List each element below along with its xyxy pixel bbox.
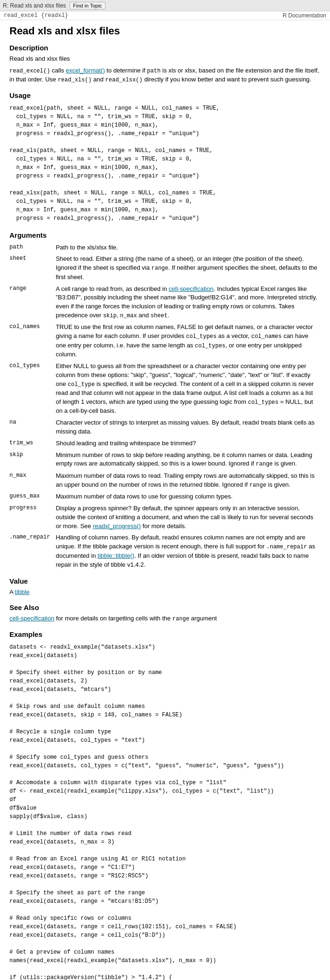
- arg-sheet: sheet Sheet to read. Either a string (th…: [9, 253, 321, 283]
- arg-desc-col-types: Either NULL to guess all from the spread…: [56, 361, 321, 417]
- main-content: Read xls and xlsx files Description Read…: [0, 20, 330, 980]
- arg-name-guess-max: guess_max: [9, 491, 56, 503]
- arg-name-progress: progress: [9, 503, 56, 532]
- section-heading-value: Value: [9, 577, 321, 585]
- breadcrumb-bar: read_excel {readxl} R Documentation: [0, 11, 330, 20]
- section-heading-see-also: See Also: [9, 603, 321, 611]
- usage-code: read_excel(path, sheet = NULL, range = N…: [9, 102, 321, 225]
- breadcrumb-right: R Documentation: [282, 12, 326, 19]
- breadcrumb-left: read_excel {readxl}: [4, 12, 68, 19]
- arg-name-name-repair: .name_repair: [9, 532, 56, 570]
- find-in-topic-button[interactable]: Find in Topic: [70, 2, 105, 9]
- arg-path: path Path to the xls/xlsx file.: [9, 242, 321, 254]
- section-heading-usage: Usage: [9, 91, 321, 99]
- arg-name-skip: skip: [9, 450, 56, 470]
- arg-name-path: path: [9, 242, 56, 254]
- arg-name-n-max: n_max: [9, 470, 56, 491]
- arg-desc-col-names: TRUE to use the first row as column name…: [56, 321, 321, 360]
- arg-trim-ws: trim_ws Should leading and trailing whit…: [9, 438, 321, 450]
- arg-name-col-types: col_types: [9, 361, 56, 417]
- top-bar-title: R: Read xls and xlsx files: [3, 2, 66, 9]
- examples-code: datasets <- readxl_example("datasets.xls…: [9, 641, 321, 980]
- value-text: A tibble: [9, 588, 321, 597]
- link-tibble[interactable]: tibble: [15, 588, 30, 595]
- arg-n-max: n_max Maximum number of data rows to rea…: [9, 470, 321, 491]
- arg-name-range: range: [9, 283, 56, 322]
- link-readxl-progress[interactable]: readxl_progress(): [93, 522, 141, 530]
- description-text: Read xls and xlsx files: [9, 55, 321, 64]
- arg-desc-name-repair: Handling of column names. By default, re…: [56, 532, 321, 570]
- top-bar: R: Read xls and xlsx files Find in Topic: [0, 0, 330, 11]
- section-heading-description: Description: [9, 44, 321, 52]
- arg-name-col-names: col_names: [9, 321, 56, 360]
- description-detail: read_excel() calls excel_format() to det…: [9, 66, 321, 85]
- page-title: Read xls and xlsx files: [9, 25, 321, 37]
- link-tibble-tibble[interactable]: tibble::tibble(): [97, 552, 134, 559]
- arg-skip: skip Minimum number of rows to skip befo…: [9, 450, 321, 470]
- arg-name-sheet: sheet: [9, 253, 56, 283]
- arg-range: range A cell range to read from, as desc…: [9, 283, 321, 322]
- arg-desc-n-max: Maximum number of data rows to read. Tra…: [56, 470, 321, 491]
- arg-desc-skip: Minimum number of rows to skip before re…: [56, 450, 321, 470]
- section-heading-examples: Examples: [9, 630, 321, 638]
- arg-desc-guess-max: Maximum number of data rows to use for g…: [56, 491, 321, 503]
- arg-desc-trim-ws: Should leading and trailing whitespace b…: [56, 438, 321, 450]
- arg-desc-progress: Display a progress spinner? By default, …: [56, 503, 321, 532]
- see-also-text: cell-specification for more details on t…: [9, 614, 321, 623]
- arg-name-repair: .name_repair Handling of column names. B…: [9, 532, 321, 570]
- arg-na: na Character vector of strings to interp…: [9, 417, 321, 438]
- arg-col-names: col_names TRUE to use the first row as c…: [9, 321, 321, 360]
- arg-progress: progress Display a progress spinner? By …: [9, 503, 321, 532]
- arg-desc-range: A cell range to read from, as described …: [56, 283, 321, 322]
- link-excel-format[interactable]: excel_format(): [66, 67, 105, 74]
- section-heading-arguments: Arguments: [9, 231, 321, 239]
- link-cell-specification-see-also[interactable]: cell-specification: [9, 615, 54, 622]
- arg-desc-na: Character vector of strings to interpret…: [56, 417, 321, 438]
- arguments-table: path Path to the xls/xlsx file. sheet Sh…: [9, 242, 321, 571]
- arg-name-na: na: [9, 417, 56, 438]
- link-cell-specification-range[interactable]: cell-specification: [169, 285, 213, 292]
- arg-desc-path: Path to the xls/xlsx file.: [56, 242, 321, 254]
- arg-col-types: col_types Either NULL to guess all from …: [9, 361, 321, 417]
- arg-name-trim-ws: trim_ws: [9, 438, 56, 450]
- arg-desc-sheet: Sheet to read. Either a string (the name…: [56, 253, 321, 283]
- arg-guess-max: guess_max Maximum number of data rows to…: [9, 491, 321, 503]
